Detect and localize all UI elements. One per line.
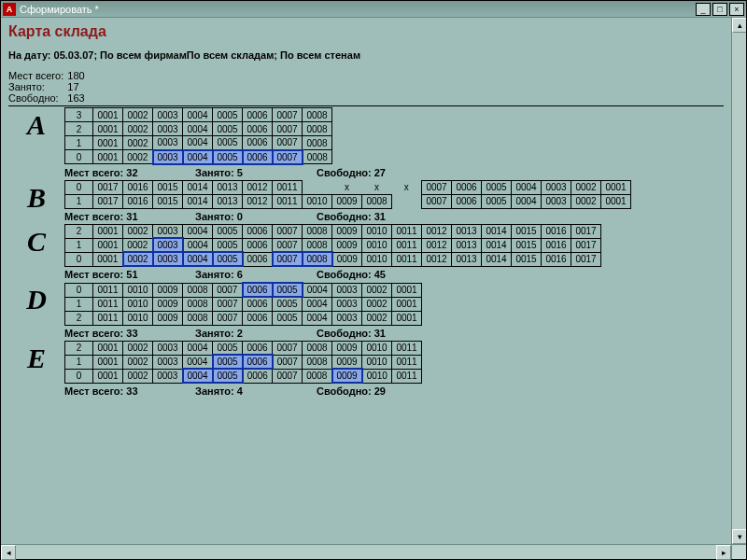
slot-cell[interactable]: 0006 <box>243 341 273 355</box>
vertical-scroll-track[interactable] <box>732 33 746 529</box>
slot-cell[interactable]: 0011 <box>273 180 303 194</box>
slot-cell[interactable]: 0002 <box>123 136 153 150</box>
slot-cell[interactable]: 0005 <box>213 252 243 266</box>
slot-cell[interactable]: 0005 <box>273 283 303 297</box>
scroll-right-button[interactable]: ▸ <box>716 545 731 560</box>
minimize-button[interactable]: _ <box>696 3 711 16</box>
slot-cell[interactable]: 0008 <box>303 136 332 150</box>
slot-cell[interactable]: 0004 <box>303 297 332 311</box>
slot-cell[interactable]: 0007 <box>273 369 303 383</box>
slot-cell[interactable]: 0007 <box>213 283 243 297</box>
slot-cell[interactable]: 0001 <box>93 224 123 238</box>
slot-cell[interactable]: 0006 <box>243 224 273 238</box>
slot-cell[interactable]: 0013 <box>452 238 482 252</box>
slot-cell[interactable]: 0016 <box>123 180 153 194</box>
slot-cell[interactable]: 0001 <box>93 341 123 355</box>
slot-cell[interactable]: 0006 <box>243 136 273 150</box>
slot-cell[interactable]: 0004 <box>183 150 213 164</box>
slot-cell[interactable]: 0006 <box>243 283 273 297</box>
slot-cell[interactable]: 0007 <box>273 136 303 150</box>
slot-cell[interactable]: 0010 <box>123 297 153 311</box>
slot-cell[interactable]: 0008 <box>183 283 213 297</box>
slot-cell[interactable]: 0002 <box>123 369 153 383</box>
slot-cell[interactable]: 0011 <box>93 297 123 311</box>
slot-cell[interactable]: 0001 <box>93 122 123 136</box>
slot-cell[interactable]: 0005 <box>213 355 243 369</box>
slot-cell[interactable]: 0004 <box>183 122 213 136</box>
slot-cell[interactable]: 0001 <box>93 252 123 266</box>
slot-cell[interactable]: 0007 <box>213 311 243 325</box>
slot-cell[interactable]: 0016 <box>542 252 571 266</box>
slot-cell[interactable]: 0012 <box>422 238 452 252</box>
slot-cell[interactable]: 0004 <box>512 194 542 208</box>
slot-cell[interactable]: 0006 <box>243 238 273 252</box>
slot-cell[interactable]: 0002 <box>123 122 153 136</box>
slot-cell[interactable]: 0002 <box>123 238 153 252</box>
slot-cell[interactable]: 0005 <box>482 180 512 194</box>
slot-cell[interactable]: 0006 <box>243 297 273 311</box>
slot-cell[interactable]: 0011 <box>93 311 123 325</box>
slot-cell[interactable]: 0013 <box>452 252 482 266</box>
slot-cell[interactable]: 0013 <box>452 224 482 238</box>
slot-cell[interactable]: 0005 <box>213 122 243 136</box>
scroll-left-button[interactable]: ◂ <box>1 545 16 560</box>
slot-cell[interactable]: 0016 <box>542 224 571 238</box>
slot-cell[interactable]: 0009 <box>153 297 183 311</box>
slot-cell[interactable]: 0002 <box>571 180 601 194</box>
slot-cell[interactable]: 0013 <box>213 180 243 194</box>
slot-cell[interactable]: 0017 <box>571 224 601 238</box>
slot-cell[interactable]: 0003 <box>153 224 183 238</box>
slot-cell[interactable]: 0006 <box>243 252 273 266</box>
slot-cell[interactable]: 0012 <box>422 224 452 238</box>
slot-cell[interactable]: 0004 <box>183 238 213 252</box>
slot-cell[interactable]: 0005 <box>213 150 243 164</box>
slot-cell[interactable]: 0008 <box>303 341 332 355</box>
slot-cell[interactable]: 0005 <box>213 224 243 238</box>
slot-cell[interactable]: 0008 <box>183 311 213 325</box>
slot-cell[interactable]: 0003 <box>153 238 183 252</box>
slot-cell[interactable]: 0003 <box>153 122 183 136</box>
slot-cell[interactable]: 0011 <box>392 238 422 252</box>
slot-cell[interactable]: 0001 <box>93 150 123 164</box>
slot-cell[interactable]: 0006 <box>243 150 273 164</box>
slot-cell[interactable]: 0008 <box>303 355 332 369</box>
slot-cell[interactable]: 0010 <box>303 194 332 208</box>
slot-cell[interactable]: 0007 <box>273 108 303 122</box>
slot-cell[interactable]: 0009 <box>332 224 362 238</box>
slot-cell[interactable]: 0009 <box>332 194 362 208</box>
slot-cell[interactable]: 0004 <box>183 108 213 122</box>
slot-cell[interactable]: 0011 <box>392 252 422 266</box>
slot-cell[interactable]: 0003 <box>153 150 183 164</box>
slot-cell[interactable]: 0006 <box>243 311 273 325</box>
slot-cell[interactable]: 0009 <box>153 283 183 297</box>
slot-cell[interactable]: 0011 <box>392 224 422 238</box>
slot-cell[interactable]: 0005 <box>213 108 243 122</box>
slot-cell[interactable]: 0017 <box>93 180 123 194</box>
slot-cell[interactable]: 0005 <box>213 369 243 383</box>
slot-cell[interactable]: 0003 <box>332 297 362 311</box>
slot-cell[interactable]: 0001 <box>93 369 123 383</box>
slot-cell[interactable]: 0007 <box>273 238 303 252</box>
slot-cell[interactable]: 0001 <box>93 108 123 122</box>
slot-cell[interactable]: 0006 <box>243 108 273 122</box>
slot-cell[interactable]: 0003 <box>153 341 183 355</box>
slot-cell[interactable]: 0014 <box>482 252 512 266</box>
slot-cell[interactable]: 0002 <box>123 355 153 369</box>
slot-cell[interactable]: 0001 <box>601 194 631 208</box>
close-button[interactable]: × <box>729 3 744 16</box>
slot-cell[interactable]: 0003 <box>332 311 362 325</box>
slot-cell[interactable]: 0008 <box>303 252 332 266</box>
slot-cell[interactable]: 0007 <box>273 122 303 136</box>
slot-cell[interactable]: 0007 <box>273 355 303 369</box>
slot-cell[interactable]: 0010 <box>362 341 392 355</box>
slot-cell[interactable]: 0017 <box>571 252 601 266</box>
slot-cell[interactable]: 0004 <box>183 224 213 238</box>
slot-cell[interactable]: 0008 <box>303 224 332 238</box>
slot-cell[interactable]: 0005 <box>213 341 243 355</box>
slot-cell[interactable]: 0008 <box>303 108 332 122</box>
horizontal-scrollbar[interactable]: ◂ ▸ <box>1 544 731 559</box>
maximize-button[interactable]: □ <box>712 3 727 16</box>
slot-cell[interactable]: 0011 <box>392 341 422 355</box>
slot-cell[interactable]: 0007 <box>213 297 243 311</box>
slot-cell[interactable]: 0002 <box>123 252 153 266</box>
